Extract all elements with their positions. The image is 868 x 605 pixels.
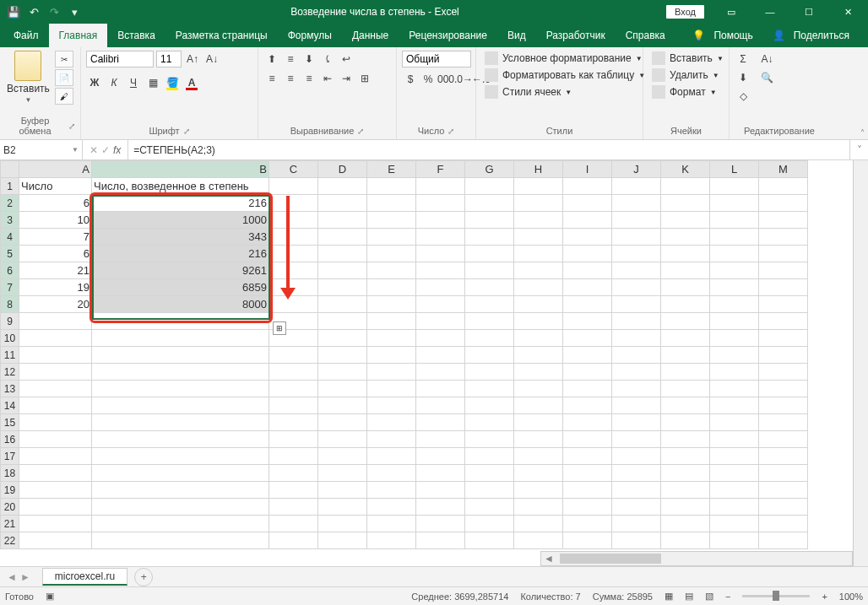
cell-J19[interactable] [612,482,661,499]
decrease-font-icon[interactable]: A↓ [203,51,220,68]
cell-F15[interactable] [416,414,465,431]
cancel-formula-icon[interactable]: ✕ [90,144,98,156]
cell-I20[interactable] [563,499,612,516]
ribbon-options-icon[interactable]: ▭ [713,0,750,24]
view-pagebreak-icon[interactable]: ▧ [705,591,713,602]
cell-D3[interactable] [318,212,367,229]
format-as-table-button[interactable]: Форматировать как таблицу▼ [481,68,648,83]
cell-K11[interactable] [661,347,710,364]
cell-M19[interactable] [759,482,808,499]
cell-J8[interactable] [612,296,661,313]
zoom-in-icon[interactable]: + [822,591,827,602]
cell-M8[interactable] [759,296,808,313]
cell-G9[interactable] [465,313,514,330]
cell-M15[interactable] [759,414,808,431]
cell-C14[interactable] [269,397,318,414]
row-header-15[interactable]: 15 [1,414,19,431]
fill-icon[interactable]: ⬇ [735,69,751,86]
cell-G3[interactable] [465,212,514,229]
row-header-8[interactable]: 8 [1,296,19,313]
cut-icon[interactable]: ✂ [55,51,73,68]
cell-K2[interactable] [661,195,710,212]
cell-J6[interactable] [612,262,661,279]
autofill-options-icon[interactable]: ⊞ [273,321,286,335]
alignment-launcher-icon[interactable]: ⤢ [357,127,364,136]
cell-E7[interactable] [367,279,416,296]
cell-A22[interactable] [19,532,92,549]
cell-F17[interactable] [416,448,465,465]
autosum-icon[interactable]: Σ [735,51,751,68]
cell-I12[interactable] [563,364,612,381]
cell-L8[interactable] [710,296,759,313]
cell-M5[interactable] [759,246,808,262]
cell-H11[interactable] [514,347,563,364]
cell-D8[interactable] [318,296,367,313]
align-center-icon[interactable]: ≡ [282,70,299,87]
name-box[interactable]: B2▼ [0,140,83,159]
cell-G18[interactable] [465,465,514,482]
cell-H2[interactable] [514,195,563,212]
cell-B17[interactable] [92,448,269,465]
cell-J3[interactable] [612,212,661,229]
cell-H6[interactable] [514,262,563,279]
tab-nav-prev-icon[interactable]: ◄ [7,571,17,583]
cell-C16[interactable] [269,431,318,448]
cell-L16[interactable] [710,431,759,448]
font-name-select[interactable] [86,51,154,68]
cell-K13[interactable] [661,381,710,397]
cell-A1[interactable]: Число [19,178,92,195]
cell-D4[interactable] [318,229,367,246]
tab-nav-next-icon[interactable]: ► [20,571,30,583]
cell-D13[interactable] [318,381,367,397]
cell-G7[interactable] [465,279,514,296]
comma-icon[interactable]: 000 [437,71,454,88]
cell-F21[interactable] [416,516,465,532]
align-middle-icon[interactable]: ≡ [282,51,299,68]
cell-H13[interactable] [514,381,563,397]
cell-G22[interactable] [465,532,514,549]
cell-F20[interactable] [416,499,465,516]
cell-C22[interactable] [269,532,318,549]
cell-D5[interactable] [318,246,367,262]
cell-M18[interactable] [759,465,808,482]
cell-L18[interactable] [710,465,759,482]
collapse-ribbon-icon[interactable]: ˄ [860,128,865,138]
cell-B10[interactable] [92,330,269,347]
col-header-A[interactable]: A [19,161,92,178]
cell-K7[interactable] [661,279,710,296]
clipboard-launcher-icon[interactable]: ⤢ [68,122,75,131]
cell-D12[interactable] [318,364,367,381]
cell-E12[interactable] [367,364,416,381]
col-header-J[interactable]: J [612,161,661,178]
expand-formula-bar-icon[interactable]: ˅ [849,140,868,159]
align-bottom-icon[interactable]: ⬇ [301,51,317,68]
row-header-4[interactable]: 4 [1,229,19,246]
cell-L12[interactable] [710,364,759,381]
cell-C17[interactable] [269,448,318,465]
cell-C19[interactable] [269,482,318,499]
cell-K9[interactable] [661,313,710,330]
cell-D2[interactable] [318,195,367,212]
cell-I17[interactable] [563,448,612,465]
cell-G6[interactable] [465,262,514,279]
row-header-18[interactable]: 18 [1,465,19,482]
cell-I11[interactable] [563,347,612,364]
tab-review[interactable]: Рецензирование [399,24,497,47]
col-header-M[interactable]: M [759,161,808,178]
qat-dropdown-icon[interactable]: ▾ [65,3,84,21]
cell-H8[interactable] [514,296,563,313]
cell-D22[interactable] [318,532,367,549]
wrap-text-icon[interactable]: ↩ [338,51,355,68]
cell-K21[interactable] [661,516,710,532]
cell-I6[interactable] [563,262,612,279]
cell-J21[interactable] [612,516,661,532]
cell-C21[interactable] [269,516,318,532]
cell-H7[interactable] [514,279,563,296]
cell-L22[interactable] [710,532,759,549]
cell-M1[interactable] [759,178,808,195]
cell-L9[interactable] [710,313,759,330]
cell-B12[interactable] [92,364,269,381]
cell-C4[interactable] [269,229,318,246]
increase-font-icon[interactable]: A↑ [184,51,201,68]
cell-I2[interactable] [563,195,612,212]
